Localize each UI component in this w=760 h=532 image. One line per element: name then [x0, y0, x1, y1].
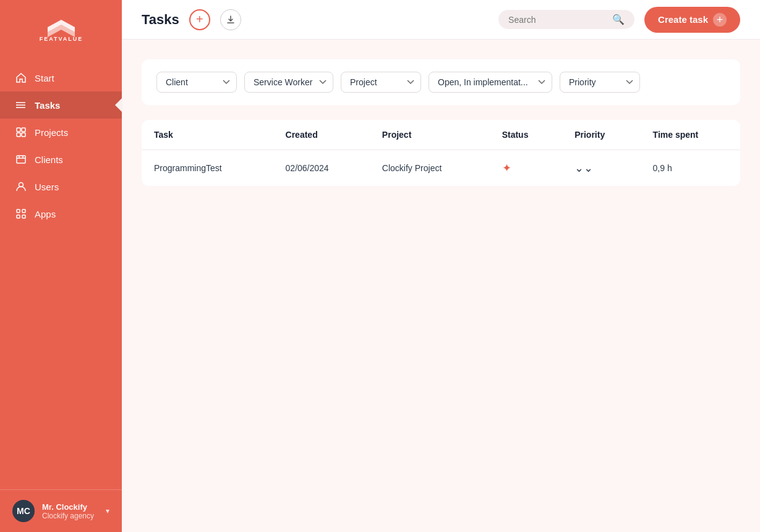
tasks-tbody: ProgrammingTest 02/06/2024 Clockify Proj… [142, 150, 740, 187]
add-task-button[interactable]: + [189, 9, 210, 30]
svg-point-7 [16, 104, 17, 106]
create-task-plus-icon: + [713, 13, 727, 27]
sidebar-item-start[interactable]: Start [0, 64, 122, 91]
col-task: Task [142, 120, 273, 150]
service-worker-filter[interactable]: Service Worker [244, 72, 333, 93]
grid-icon [15, 126, 27, 138]
create-task-label: Create task [658, 14, 708, 25]
download-button[interactable] [220, 9, 241, 30]
cell-task: ProgrammingTest [142, 150, 273, 187]
svg-rect-19 [22, 209, 25, 213]
footer-name: Mr. Clockify [42, 502, 98, 512]
project-filter[interactable]: Project [341, 72, 421, 93]
svg-rect-10 [22, 128, 25, 132]
cell-created: 02/06/2024 [273, 150, 370, 187]
sidebar-footer[interactable]: MC Mr. Clockify Clockify agency ▾ [0, 489, 122, 532]
svg-point-6 [16, 102, 17, 103]
main-content: Tasks + 🔍 Create task + Client Service W… [122, 0, 760, 532]
apps-icon [15, 208, 27, 220]
priority-filter[interactable]: Priority [560, 72, 640, 93]
sidebar-item-apps-label: Apps [35, 209, 56, 219]
user-icon [15, 180, 27, 193]
sidebar-nav: Start Tasks [0, 59, 122, 489]
avatar: MC [12, 500, 35, 522]
col-project: Project [370, 120, 490, 150]
sidebar: FEATVALUE Start Tasks [0, 0, 122, 532]
sidebar-item-apps[interactable]: Apps [0, 200, 122, 227]
status-filter[interactable]: Open, In implementat... [429, 72, 552, 93]
footer-agency: Clockify agency [42, 512, 98, 520]
sidebar-item-clients-label: Clients [35, 154, 63, 165]
svg-rect-20 [17, 215, 20, 218]
svg-point-8 [16, 107, 17, 108]
svg-rect-21 [22, 215, 25, 218]
svg-rect-12 [22, 133, 25, 137]
cell-project: Clockify Project [370, 150, 490, 187]
priority-level-icon: ⌄⌄ [574, 162, 593, 174]
sidebar-item-users[interactable]: Users [0, 173, 122, 200]
sidebar-item-tasks[interactable]: Tasks [0, 91, 122, 119]
sidebar-item-projects-label: Projects [35, 127, 68, 138]
logo: FEATVALUE [0, 0, 122, 59]
chevron-down-icon: ▾ [106, 507, 109, 515]
col-priority: Priority [562, 120, 640, 150]
active-arrow [115, 98, 122, 112]
cell-priority: ⌄⌄ [562, 150, 640, 187]
sidebar-item-projects[interactable]: Projects [0, 119, 122, 146]
clients-icon [15, 153, 27, 166]
page-title: Tasks [142, 12, 179, 28]
sidebar-item-tasks-label: Tasks [35, 100, 60, 111]
col-created: Created [273, 120, 370, 150]
search-icon: 🔍 [612, 14, 625, 25]
home-icon [15, 72, 27, 84]
svg-text:FEATVALUE: FEATVALUE [39, 36, 83, 42]
cell-time-spent: 0,9 h [641, 150, 740, 187]
list-icon [15, 99, 27, 111]
footer-text: Mr. Clockify Clockify agency [42, 502, 98, 520]
sidebar-item-users-label: Users [35, 182, 59, 192]
header: Tasks + 🔍 Create task + [122, 0, 760, 40]
content-area: Client Service Worker Project Open, In i… [122, 40, 760, 532]
cell-status: ✦ [490, 150, 563, 187]
svg-rect-11 [17, 133, 20, 137]
sidebar-item-start-label: Start [35, 73, 54, 83]
col-time-spent: Time spent [641, 120, 740, 150]
svg-rect-18 [17, 209, 20, 213]
col-status: Status [490, 120, 563, 150]
table-header-row: Task Created Project Status Priority Tim… [142, 120, 740, 150]
filters-panel: Client Service Worker Project Open, In i… [142, 59, 740, 105]
tasks-table-container: Task Created Project Status Priority Tim… [142, 120, 740, 186]
svg-rect-9 [17, 128, 20, 132]
search-box: 🔍 [498, 10, 634, 29]
client-filter[interactable]: Client [156, 72, 237, 93]
search-input[interactable] [508, 15, 607, 25]
sidebar-item-clients[interactable]: Clients [0, 146, 122, 173]
status-icon: ✦ [502, 162, 511, 174]
create-task-button[interactable]: Create task + [644, 7, 740, 33]
svg-rect-13 [17, 156, 25, 163]
table-row[interactable]: ProgrammingTest 02/06/2024 Clockify Proj… [142, 150, 740, 187]
tasks-table: Task Created Project Status Priority Tim… [142, 120, 740, 186]
